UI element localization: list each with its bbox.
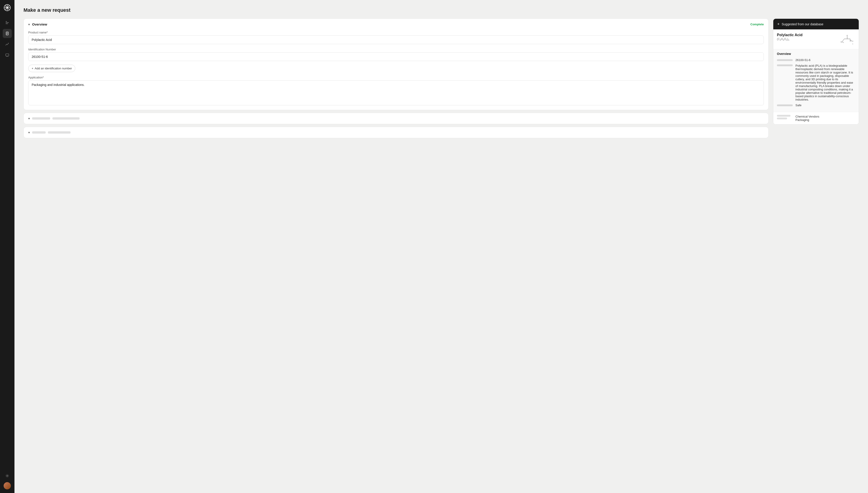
suggestion-body: Polylactic Acid (C3H4O2)n O xyxy=(773,29,859,124)
chevron-right-icon-3: ▾ xyxy=(28,131,30,134)
avatar[interactable] xyxy=(4,482,11,489)
identification-input[interactable] xyxy=(28,52,764,61)
svg-rect-13 xyxy=(6,54,9,56)
collapsed-bar-2a xyxy=(32,117,50,120)
page-title: Make a new request xyxy=(23,7,859,13)
vendors-section: Chemical Vendors Packaging xyxy=(773,112,859,124)
svg-point-14 xyxy=(7,475,8,476)
chevron-right-icon-2: ▾ xyxy=(28,116,30,120)
collapsed-section-3[interactable]: ▾ xyxy=(23,127,768,138)
overview-title: Overview xyxy=(32,22,47,26)
sidebar xyxy=(0,0,15,493)
svg-point-12 xyxy=(8,43,9,44)
overview-header[interactable]: ▾ Overview Complete xyxy=(24,19,768,30)
collapsed-section-2[interactable]: ▾ xyxy=(23,113,768,124)
collapsed-bar-3b xyxy=(48,131,70,134)
svg-line-18 xyxy=(843,39,844,41)
content-layout: ▾ Overview Complete Product name* Identi… xyxy=(23,19,859,138)
svg-rect-5 xyxy=(6,21,7,22)
vendor-value-1: Chemical Vendors xyxy=(796,115,819,118)
product-name-input[interactable] xyxy=(28,36,764,44)
cas-label-bar xyxy=(777,59,793,61)
chem-formula: (C3H4O2)n xyxy=(777,38,802,41)
description-label-bar xyxy=(777,64,793,66)
vendors-row: Chemical Vendors Packaging xyxy=(777,115,855,122)
overview-subsection-title: Overview xyxy=(777,52,855,56)
safety-row: Safe xyxy=(777,104,855,107)
sidebar-item-list[interactable] xyxy=(3,18,12,27)
form-panel: ▾ Overview Complete Product name* Identi… xyxy=(23,19,768,138)
sidebar-item-settings[interactable] xyxy=(3,471,12,480)
application-field-group: Application* Packaging and industrial ap… xyxy=(28,76,764,105)
safety-label-bar xyxy=(777,104,793,106)
svg-text:3: 3 xyxy=(843,42,844,43)
svg-text:O: O xyxy=(847,35,848,36)
chem-header: Polylactic Acid (C3H4O2)n O xyxy=(773,29,859,49)
suggestion-header-label: Suggested from our database xyxy=(782,22,823,26)
chem-name: Polylactic Acid xyxy=(777,33,802,37)
vendors-values: Chemical Vendors Packaging xyxy=(796,115,819,122)
svg-text:n: n xyxy=(852,43,853,45)
overview-section: ▾ Overview Complete Product name* Identi… xyxy=(23,19,768,110)
chem-info: Polylactic Acid (C3H4O2)n xyxy=(777,33,802,41)
description-row: Polylactic acid (PLA) is a biodegradable… xyxy=(777,64,855,101)
application-textarea[interactable]: Packaging and industrial applications. xyxy=(28,81,764,105)
svg-rect-6 xyxy=(6,22,9,23)
product-name-label: Product name* xyxy=(28,31,764,34)
application-label: Application* xyxy=(28,76,764,79)
main-content: Make a new request ▾ Overview Complete P… xyxy=(15,0,868,493)
sidebar-item-analytics[interactable] xyxy=(3,40,12,49)
plus-icon: + xyxy=(31,67,34,70)
complete-badge: Complete xyxy=(751,23,764,26)
vendor-label-bar-1 xyxy=(777,115,790,116)
svg-rect-7 xyxy=(6,23,8,24)
logo[interactable] xyxy=(3,4,11,12)
sidebar-bottom xyxy=(3,471,12,489)
sidebar-item-document[interactable] xyxy=(3,29,12,38)
product-name-field-group: Product name* xyxy=(28,31,764,44)
overview-header-left: ▾ Overview xyxy=(28,22,47,26)
cas-row: 26100-51-6 xyxy=(777,58,855,62)
sparkle-icon: ✦ xyxy=(777,22,780,26)
sidebar-nav xyxy=(3,18,12,471)
sidebar-item-messages[interactable] xyxy=(3,51,12,60)
add-identification-label: Add an identification number xyxy=(35,67,72,70)
collapsed-bar-2b xyxy=(52,117,80,120)
description-value: Polylactic acid (PLA) is a biodegradable… xyxy=(796,64,855,101)
collapsed-bar-3a xyxy=(32,131,46,134)
overview-body: Product name* Identification Number + Ad… xyxy=(24,30,768,110)
chevron-down-icon: ▾ xyxy=(28,23,30,26)
cas-value: 26100-51-6 xyxy=(796,58,855,62)
add-identification-button[interactable]: + Add an identification number xyxy=(28,65,75,72)
vendor-value-2: Packaging xyxy=(796,118,819,122)
svg-text:CH: CH xyxy=(841,41,843,43)
suggestion-header: ✦ Suggested from our database xyxy=(773,19,859,29)
vendor-label-bar-2 xyxy=(777,117,787,119)
identification-label: Identification Number xyxy=(28,48,764,51)
chem-structure: O O CH 3 n xyxy=(839,33,855,45)
right-panel: ✦ Suggested from our database Polylactic… xyxy=(773,19,859,125)
safety-value: Safe xyxy=(796,104,855,107)
overview-subsection: Overview 26100-51-6 Polylactic acid (PLA… xyxy=(773,49,859,112)
identification-field-group: Identification Number xyxy=(28,48,764,61)
